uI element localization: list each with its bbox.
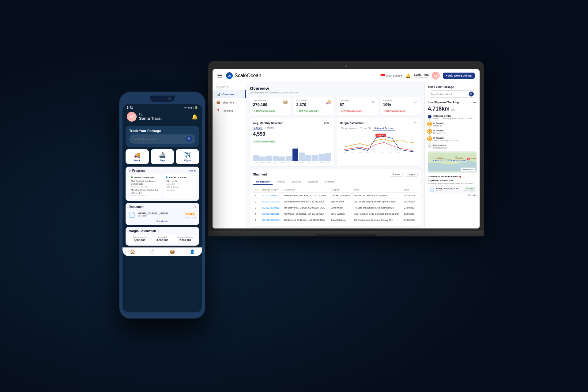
ip-card-2: Parcel on the ro... 154 Leroy St,... 15/… bbox=[163, 174, 196, 198]
user-role: Internal User bbox=[414, 76, 428, 78]
transit-dot-2 bbox=[428, 130, 432, 133]
logo-icon: SO bbox=[226, 72, 233, 79]
blue-dot bbox=[166, 176, 168, 178]
transit-dot-3 bbox=[428, 137, 432, 141]
step-title-2: In Transit bbox=[433, 129, 477, 132]
svg-text:Fri: Fri bbox=[374, 152, 375, 153]
charts-row: Avg. Monthly Delivered 2023 1 Years 6 Mo… bbox=[250, 118, 421, 166]
tab-1-years[interactable]: 1 Years bbox=[253, 126, 263, 130]
phone-screen: 9:41 ▪▪▪ WiFi 🔋 ST Hi, Sonia Tiara! 🔔 bbox=[123, 104, 202, 312]
more-options-icon[interactable]: ••• bbox=[414, 121, 418, 125]
phone-margin-section: Margin Calculation Shipper Invoices 5,00… bbox=[126, 227, 199, 246]
doc-approval-sub: HAWB document has been reviewed and appr… bbox=[428, 183, 477, 185]
receipt-link-5[interactable]: SC20230503840 bbox=[262, 219, 279, 221]
receipt-link-1[interactable]: SC20230810002 bbox=[262, 194, 279, 197]
transit-dot-1 bbox=[428, 122, 432, 126]
flight-icon: ✈️ bbox=[178, 152, 197, 158]
approved-badge: Approved bbox=[465, 187, 475, 190]
step-title-0: Shipping Center bbox=[433, 115, 477, 117]
signal-icon: ▪▪▪ bbox=[184, 106, 187, 109]
doc-approval-title: Approval Confirmation: bbox=[428, 179, 477, 182]
receipt-link-2[interactable]: SC20231001002 bbox=[262, 200, 279, 203]
table-row: 3 SC20230728012 456 Denver St, Denver, C… bbox=[253, 205, 418, 211]
document-section: Document Announcement Approval Confirmat… bbox=[428, 175, 477, 196]
battery-icon: 🔋 bbox=[194, 106, 198, 109]
line-chart: 2,000,000 Mon Tue Wed Thu Fri Sat Su bbox=[340, 132, 418, 154]
view-details-button[interactable]: View Details bbox=[461, 168, 475, 172]
export-button[interactable]: ↑ Export bbox=[404, 172, 418, 177]
tab-pending[interactable]: Pending bbox=[273, 179, 288, 185]
stat-returned: ↩ Returned 10% ↓ 40% Than last month bbox=[380, 97, 421, 115]
tab-vendor[interactable]: Vendor Bill bbox=[359, 126, 372, 130]
phone-search-input[interactable] bbox=[132, 138, 186, 141]
transport-truck[interactable]: 🚚 Truck bbox=[126, 149, 149, 164]
main-scene: SO ScaleOcean 🇮🇩 Indonesian ▾ 🔔 Sonia Ti… bbox=[80, 43, 508, 349]
receipt-link-4[interactable]: SC20238102015 bbox=[262, 213, 279, 215]
page-subtitle: Last Updated On October 07, 2024 6:30 AM bbox=[250, 91, 421, 94]
tab-on-delivery[interactable]: On Delivery bbox=[253, 179, 273, 185]
see-details-link[interactable]: See details bbox=[129, 220, 196, 223]
start-dot bbox=[428, 115, 432, 119]
language-selector[interactable]: 🇮🇩 Indonesian ▾ bbox=[380, 74, 402, 78]
svg-rect-16 bbox=[439, 156, 441, 158]
phone-status-bar: 9:41 ▪▪▪ WiFi 🔋 bbox=[123, 104, 202, 109]
svg-text:Sun: Sun bbox=[389, 152, 391, 153]
logo-area: SO ScaleOcean bbox=[226, 72, 261, 79]
tab-shipper[interactable]: Shipper Invoices bbox=[340, 126, 358, 130]
tab-shipment-rev[interactable]: Shipment Revenue bbox=[373, 126, 395, 130]
ip-card-1: Parcel on the road 1245 Spring St, Los A… bbox=[129, 174, 161, 198]
sidebar-item-overview[interactable]: 📊 Overview bbox=[213, 90, 246, 98]
phone-greeting: Hi, Sonia Tiara! bbox=[137, 113, 192, 121]
nav-home[interactable]: 🏠 bbox=[123, 249, 142, 254]
nav-package[interactable]: 📦 bbox=[162, 249, 182, 254]
tab-returned[interactable]: Returned bbox=[321, 179, 337, 185]
see-all-button[interactable]: See all bbox=[189, 169, 196, 172]
chart-tab-row: 1 Years 6 Months bbox=[253, 126, 331, 130]
bar-nov bbox=[318, 154, 324, 161]
step-title-3: In Transit bbox=[433, 137, 477, 139]
nav-list[interactable]: 📋 bbox=[142, 249, 162, 254]
sidebar-label-shipment: Shipment bbox=[222, 101, 234, 104]
track-distance: 4.718km bbox=[428, 106, 450, 112]
track-left-label: Left bbox=[451, 109, 455, 111]
step-sub-1: Dallas, TX bbox=[433, 125, 477, 127]
margin-card-shipper: Shipper Invoices 5,000,000 bbox=[129, 235, 150, 243]
tab-cancelled[interactable]: Cancelled bbox=[304, 179, 322, 185]
phone-status-icons: ▪▪▪ WiFi 🔋 bbox=[184, 106, 198, 109]
receipt-link-3[interactable]: SC20230728012 bbox=[262, 206, 279, 209]
track-step-3: In Transit West Coast Logistics Center bbox=[428, 137, 477, 141]
sidebar-item-tracking[interactable]: 📍 Tracking bbox=[213, 107, 246, 115]
margin-card-revenue: Shipment Revenue 2,000,000 bbox=[174, 235, 196, 243]
cancelled-icon: ✕ bbox=[371, 100, 375, 104]
sidebar-item-shipment[interactable]: 📦 Shipment bbox=[213, 98, 246, 107]
shipment-title: Shipment bbox=[253, 173, 267, 176]
track-search-input[interactable] bbox=[431, 93, 469, 95]
hamburger-menu[interactable] bbox=[217, 74, 222, 77]
search-button[interactable]: 🔍 bbox=[469, 92, 474, 96]
nav-profile[interactable]: 👤 bbox=[182, 249, 202, 254]
transport-ship[interactable]: 🚢 Ship bbox=[151, 149, 174, 164]
tab-6-months[interactable]: 6 Months bbox=[264, 126, 275, 130]
chart-value: 4,590 bbox=[253, 131, 331, 137]
year-button[interactable]: 2023 bbox=[322, 121, 331, 125]
phone-doc-item: 📄 HAWB_20241001_SO001 #F12675 Pending 02… bbox=[129, 210, 196, 219]
wifi-icon: WiFi bbox=[188, 106, 194, 109]
transport-flight[interactable]: ✈️ Flight bbox=[176, 149, 199, 164]
bell-icon[interactable]: 🔔 bbox=[405, 73, 411, 78]
user-name: Sonia Tiara bbox=[414, 73, 428, 76]
add-booking-button[interactable]: + Add New Booking bbox=[443, 73, 475, 79]
avg-monthly-title: Avg. Monthly Delivered bbox=[253, 122, 283, 125]
filter-button[interactable]: ⊞ Filter bbox=[390, 172, 403, 177]
tab-delivered[interactable]: Delivered bbox=[288, 179, 304, 185]
in-progress-section: In Progress See all Parcel on the road 1… bbox=[126, 167, 199, 201]
home-icon: 🏠 bbox=[130, 249, 135, 254]
track-search-box: 🔍 bbox=[428, 90, 477, 98]
overview-icon: 📊 bbox=[216, 92, 221, 96]
phone-bell-icon[interactable]: 🔔 bbox=[192, 114, 198, 120]
phone-search-button[interactable]: 🔍 bbox=[186, 136, 192, 142]
filter-icon: ⊞ bbox=[393, 173, 394, 175]
more-options-dots[interactable]: ••• bbox=[473, 100, 477, 104]
svg-rect-19 bbox=[460, 157, 462, 158]
track-timeline: Shipping Center Dell Inc., 1 Dell Way, R… bbox=[428, 115, 477, 149]
see-all-link[interactable]: See all > bbox=[428, 194, 477, 196]
